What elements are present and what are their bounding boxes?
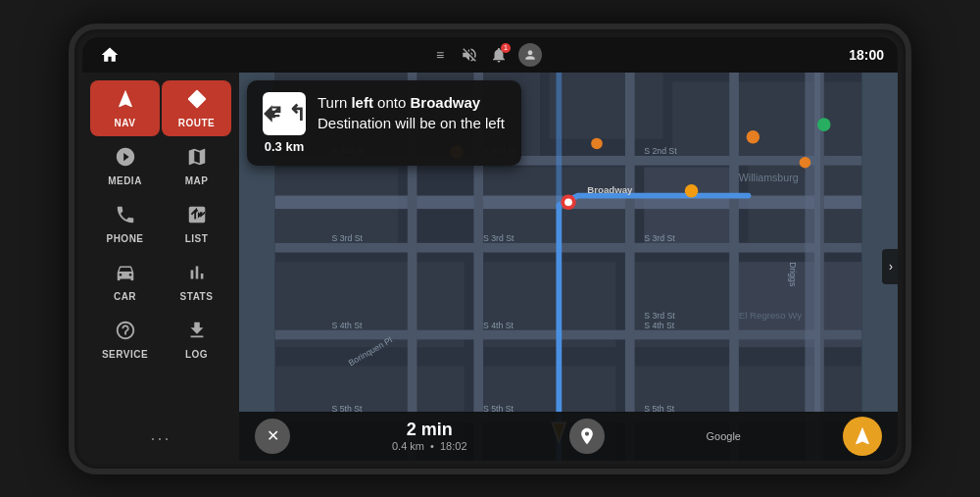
status-time: 18:00	[849, 47, 884, 63]
sidebar-item-route[interactable]: ROUTE	[162, 80, 231, 136]
svg-rect-19	[275, 329, 862, 339]
svg-text:Driggs: Driggs	[788, 262, 798, 287]
turn-arrow-box: ↰	[263, 92, 306, 135]
svg-rect-24	[625, 73, 635, 461]
trip-time: 2 min	[407, 420, 453, 440]
sidebar: NAV ROUTE	[82, 73, 239, 461]
svg-point-35	[800, 156, 811, 168]
nav-label: NAV	[115, 118, 136, 128]
route-label: ROUTE	[178, 118, 216, 128]
svg-point-36	[817, 118, 831, 131]
nav-arrow-icon	[115, 88, 136, 115]
svg-text:S 3rd St: S 3rd St	[644, 232, 675, 242]
sidebar-item-media[interactable]: MEDIA	[90, 138, 160, 194]
main-area: NAV ROUTE	[82, 73, 898, 461]
bell-badge: 1	[501, 43, 511, 53]
status-center: ≡ 1	[430, 43, 542, 67]
bracket-left	[69, 220, 74, 278]
sidebar-item-nav[interactable]: NAV	[90, 80, 160, 136]
svg-rect-3	[550, 73, 663, 139]
svg-text:S 4th St: S 4th St	[332, 320, 363, 329]
map-icon	[186, 146, 208, 173]
mute-icon[interactable]	[460, 45, 479, 65]
trip-info: 2 min 0.4 km • 18:02	[392, 420, 467, 452]
svg-text:S 3rd St: S 3rd St	[483, 232, 514, 242]
svg-point-29	[564, 198, 572, 206]
list-icon	[186, 204, 208, 230]
waypoint-button[interactable]	[569, 419, 605, 454]
svg-point-34	[747, 129, 760, 143]
menu-icon[interactable]: ≡	[430, 45, 450, 65]
phone-label: PHONE	[106, 233, 143, 244]
bracket-right	[906, 220, 911, 278]
phone-icon	[115, 204, 136, 230]
stats-label: STATS	[180, 291, 214, 302]
svg-text:S 4th St: S 4th St	[483, 320, 514, 329]
nav-distance: 0.3 km	[265, 139, 304, 154]
svg-rect-27	[805, 73, 819, 461]
stats-icon	[186, 262, 208, 288]
avatar-icon[interactable]	[518, 43, 542, 67]
car-icon	[115, 262, 136, 288]
svg-point-33	[591, 137, 603, 149]
home-button[interactable]	[96, 41, 123, 69]
sidebar-item-service[interactable]: SERVICE	[90, 312, 160, 368]
service-label: SERVICE	[102, 349, 148, 360]
nav-instruction-text: Turn left onto Broadway Destination will…	[318, 92, 506, 133]
svg-text:S 4th St: S 4th St	[644, 320, 674, 329]
list-label: LIST	[185, 233, 209, 244]
nav-instruction-card: ↰ 0.3 km Turn left onto Broadway Destina…	[247, 80, 521, 166]
svg-point-32	[685, 183, 699, 197]
close-navigation-button[interactable]: ✕	[255, 419, 290, 454]
screen: ≡ 1	[82, 37, 898, 461]
separator: •	[430, 440, 434, 452]
status-bar: ≡ 1	[82, 37, 898, 73]
svg-text:S 2nd St: S 2nd St	[644, 146, 677, 156]
trip-detail: 0.4 km • 18:02	[392, 440, 467, 452]
route-arrow-icon	[186, 88, 208, 115]
car-infotainment-unit: ≡ 1	[69, 24, 911, 474]
turn-indicator: ↰ 0.3 km	[263, 92, 306, 154]
svg-rect-25	[729, 73, 739, 461]
bottom-bar: ✕ 2 min 0.4 km • 18:02	[239, 412, 898, 461]
sidebar-item-stats[interactable]: STATS	[162, 254, 231, 310]
service-icon	[115, 320, 136, 346]
log-label: LOG	[185, 349, 208, 360]
bell-icon[interactable]: 1	[489, 45, 509, 65]
log-icon	[186, 320, 208, 346]
map-expand-chevron[interactable]: ›	[882, 249, 898, 284]
sidebar-bottom: ···	[82, 421, 239, 457]
nav-grid: NAV ROUTE	[82, 76, 239, 372]
svg-rect-4	[672, 81, 861, 157]
compass-button[interactable]	[843, 417, 882, 456]
sidebar-item-car[interactable]: CAR	[90, 254, 160, 310]
car-label: CAR	[114, 291, 136, 302]
map-label: MAP	[185, 175, 209, 186]
google-label: Google	[706, 430, 740, 442]
sidebar-item-log[interactable]: LOG	[162, 312, 231, 368]
status-left	[96, 41, 123, 69]
media-label: MEDIA	[108, 175, 142, 186]
svg-rect-18	[275, 242, 862, 252]
map-container[interactable]: 🍴 S 2nd St S 3rd St S 4th St S 5th St	[239, 73, 898, 461]
svg-text:S 3rd St: S 3rd St	[332, 232, 364, 242]
svg-text:Broadway: Broadway	[587, 183, 633, 194]
svg-text:Williamsburg: Williamsburg	[739, 172, 799, 183]
media-icon	[115, 146, 136, 173]
svg-text:S 3rd St: S 3rd St	[644, 311, 675, 321]
svg-text:El Regreso Wy: El Regreso Wy	[739, 310, 802, 321]
sidebar-item-phone[interactable]: PHONE	[90, 196, 160, 252]
sidebar-item-map[interactable]: MAP	[162, 138, 231, 194]
turn-instruction: Turn left onto Broadway Destination will…	[318, 92, 506, 133]
more-dots[interactable]: ···	[150, 428, 171, 449]
sidebar-item-list[interactable]: LIST	[162, 196, 231, 252]
